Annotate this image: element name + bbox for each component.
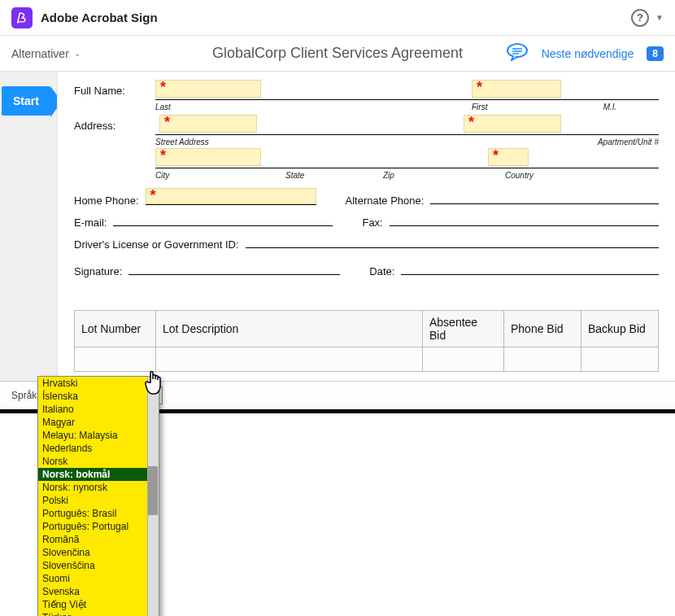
col-lotnumber: Lot Number — [75, 311, 156, 347]
input-street[interactable]: * — [159, 115, 257, 133]
sublabel-city: City — [155, 171, 285, 180]
sidebar: Start — [0, 72, 57, 381]
header-right: ? ▼ — [631, 9, 664, 27]
table-row — [75, 347, 659, 372]
start-button[interactable]: Start — [2, 86, 50, 116]
comment-icon[interactable] — [506, 43, 529, 64]
language-option[interactable]: Íslenska — [38, 390, 159, 403]
help-icon[interactable]: ? — [631, 9, 649, 27]
app-header: Adobe Acrobat Sign ? ▼ — [0, 0, 675, 36]
language-label: Språk — [11, 390, 37, 401]
input-apartment[interactable]: * — [464, 115, 561, 133]
cell[interactable] — [75, 347, 156, 372]
col-absentee: Absentee Bid — [423, 311, 504, 347]
input-homephone[interactable]: * — [146, 188, 316, 204]
sublabel-mi: M.I. — [561, 103, 659, 111]
language-option[interactable]: Română — [38, 533, 159, 546]
sublabel-first: First — [472, 103, 561, 111]
input-date[interactable] — [401, 264, 659, 275]
label-email: E-mail: — [74, 216, 107, 229]
label-homephone: Home Phone: — [74, 194, 139, 207]
bid-table: Lot Number Lot Description Absentee Bid … — [74, 310, 659, 372]
row-phones: Home Phone: * Alternate Phone: — [74, 188, 659, 207]
language-option[interactable]: Slovenščina — [38, 559, 159, 572]
label-address: Address: — [74, 115, 155, 132]
input-firstname[interactable]: * — [472, 80, 561, 98]
language-option[interactable]: Português: Brasil — [38, 507, 159, 520]
chevron-down-icon: ⌄ — [74, 49, 81, 58]
language-option[interactable]: Hrvatski — [38, 377, 159, 390]
app-title: Adobe Acrobat Sign — [41, 11, 158, 24]
chevron-down-icon[interactable]: ▼ — [655, 13, 664, 22]
cell[interactable] — [156, 347, 423, 372]
next-required-link[interactable]: Neste nødvendige — [542, 47, 634, 60]
form-area: Full Name: * * Last First — [57, 72, 675, 381]
input-zip[interactable]: * — [488, 148, 529, 166]
row-fullname: Full Name: * * Last First — [74, 80, 659, 111]
language-option[interactable]: Türkçe — [38, 611, 159, 616]
language-option[interactable]: Norsk: nynorsk — [38, 481, 159, 494]
toolbar: Alternativer ⌄ GlobalCorp Client Service… — [0, 36, 675, 72]
cell[interactable] — [423, 347, 504, 372]
sublabel-zip: Zip — [383, 171, 481, 180]
label-fullname: Full Name: — [74, 80, 155, 97]
document-title: GlobalCorp Client Services Agreement — [212, 45, 463, 62]
col-lotdesc: Lot Description — [156, 311, 423, 347]
sublabel-state: State — [285, 171, 383, 180]
cell[interactable] — [504, 347, 581, 372]
language-option[interactable]: Svenska — [38, 585, 159, 598]
label-altphone: Alternate Phone: — [346, 194, 425, 207]
language-option[interactable]: Polski — [38, 494, 159, 507]
required-count-badge: 8 — [647, 46, 664, 61]
label-fax: Fax: — [362, 216, 382, 229]
scrollbar-thumb[interactable] — [148, 466, 158, 515]
language-option[interactable]: Norsk: bokmål — [38, 468, 159, 481]
language-option[interactable]: Suomi — [38, 572, 159, 585]
options-menu[interactable]: Alternativer ⌄ — [11, 47, 81, 60]
scrollbar[interactable] — [147, 377, 159, 616]
language-option[interactable]: Magyar — [38, 416, 159, 429]
language-option[interactable]: Tiếng Việt — [38, 598, 159, 611]
language-option[interactable]: Nederlands — [38, 442, 159, 455]
input-drivers[interactable] — [246, 237, 659, 248]
label-signature: Signature: — [74, 265, 122, 277]
toolbar-right: Neste nødvendige 8 — [506, 43, 664, 64]
input-altphone[interactable] — [430, 193, 659, 204]
sublabel-last: Last — [155, 103, 261, 111]
input-email[interactable] — [113, 215, 333, 226]
header-left: Adobe Acrobat Sign — [11, 7, 158, 28]
row-emailfax: E-mail: Fax: — [74, 215, 659, 229]
col-phonebid: Phone Bid — [504, 311, 581, 347]
main-area: Start Full Name: * * Last — [0, 72, 675, 381]
input-fax[interactable] — [390, 215, 659, 226]
language-option[interactable]: Italiano — [38, 403, 159, 416]
row-drivers: Driver's License or Government ID: — [74, 237, 659, 251]
sublabel-country: Country — [481, 171, 659, 180]
input-lastname[interactable]: * — [155, 80, 261, 98]
options-label: Alternativer — [11, 47, 69, 60]
language-option[interactable]: Norsk — [38, 455, 159, 468]
language-dropdown[interactable]: HrvatskiÍslenskaItalianoMagyarMelayu: Ma… — [37, 376, 159, 616]
language-option[interactable]: Melayu: Malaysia — [38, 429, 159, 442]
sublabel-apt: Apartment/Unit # — [553, 138, 659, 146]
language-option[interactable]: Português: Portugal — [38, 520, 159, 533]
label-date: Date: — [369, 265, 394, 277]
language-option[interactable]: Slovenčina — [38, 546, 159, 559]
sublabel-street: Street Address — [155, 138, 553, 146]
svg-point-0 — [507, 44, 527, 57]
row-address: Address: * * Street Address Apartment/Un… — [74, 115, 659, 180]
input-signature[interactable] — [128, 264, 340, 275]
label-drivers: Driver's License or Government ID: — [74, 238, 239, 251]
cell[interactable] — [581, 347, 659, 372]
acrobat-icon — [11, 7, 33, 28]
col-backupbid: Backup Bid — [581, 311, 659, 347]
input-city[interactable]: * — [155, 148, 261, 166]
row-sigdate: Signature: Date: — [74, 264, 659, 277]
